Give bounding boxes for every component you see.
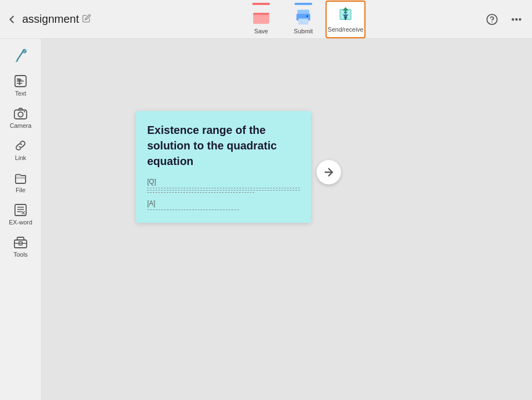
flash-card: Existence range of the solution to the q… — [136, 111, 311, 223]
title-area: assignment — [22, 13, 91, 26]
svg-rect-35 — [14, 240, 27, 248]
sidebar-file-label: File — [16, 187, 26, 193]
divider-1 — [147, 188, 300, 188]
sidebar-exword-label: EX-word — [9, 219, 32, 226]
next-arrow-button[interactable] — [317, 160, 341, 184]
submit-button[interactable]: Submit — [283, 1, 323, 38]
main-content: Existence range of the solution to the q… — [42, 39, 532, 400]
svg-point-17 — [516, 19, 517, 20]
card-a-label: [A] — [147, 199, 300, 207]
sidebar-item-link[interactable]: Link — [3, 134, 38, 164]
sidebar: T Text Camera Link File — [0, 39, 42, 400]
save-button[interactable]: Save — [241, 1, 281, 38]
svg-point-29 — [24, 111, 25, 112]
svg-point-28 — [18, 112, 23, 117]
card-q-label: [Q] — [147, 178, 300, 186]
sidebar-link-label: Link — [15, 154, 26, 161]
more-button[interactable] — [506, 9, 526, 29]
app-title: assignment — [22, 13, 79, 26]
svg-rect-4 — [298, 19, 308, 25]
save-label: Save — [254, 28, 268, 34]
divider-4 — [147, 209, 239, 210]
back-button[interactable] — [6, 13, 18, 26]
sidebar-tools-label: Tools — [13, 251, 28, 258]
divider-3 — [147, 192, 254, 193]
svg-point-5 — [307, 15, 309, 17]
sidebar-camera-label: Camera — [9, 122, 31, 129]
sidebar-item-file[interactable]: File — [3, 167, 38, 197]
sidebar-item-tools[interactable]: Tools — [3, 231, 38, 261]
sidebar-item-camera[interactable]: Camera — [3, 102, 38, 132]
sidebar-text-label: Text — [15, 90, 26, 97]
svg-point-16 — [512, 19, 513, 20]
card-title: Existence range of the solution to the q… — [147, 122, 300, 169]
send-receive-label: Send/receive — [328, 26, 363, 33]
edit-icon[interactable] — [82, 14, 91, 25]
svg-rect-1 — [253, 14, 269, 23]
toolbar-buttons: Save Submit — [241, 0, 365, 39]
help-button[interactable] — [482, 9, 502, 29]
topbar: assignment Save — [0, 0, 532, 39]
sidebar-item-text[interactable]: T Text — [3, 70, 38, 100]
svg-point-18 — [519, 19, 520, 20]
svg-marker-9 — [343, 7, 349, 11]
svg-line-20 — [24, 50, 26, 52]
sidebar-item-pen[interactable] — [3, 44, 38, 68]
divider-2 — [147, 190, 300, 191]
top-right-actions — [482, 0, 526, 39]
send-receive-button[interactable]: Send/receive — [325, 1, 365, 38]
submit-label: Submit — [294, 28, 313, 34]
sidebar-item-exword[interactable]: EX-word — [3, 199, 38, 229]
